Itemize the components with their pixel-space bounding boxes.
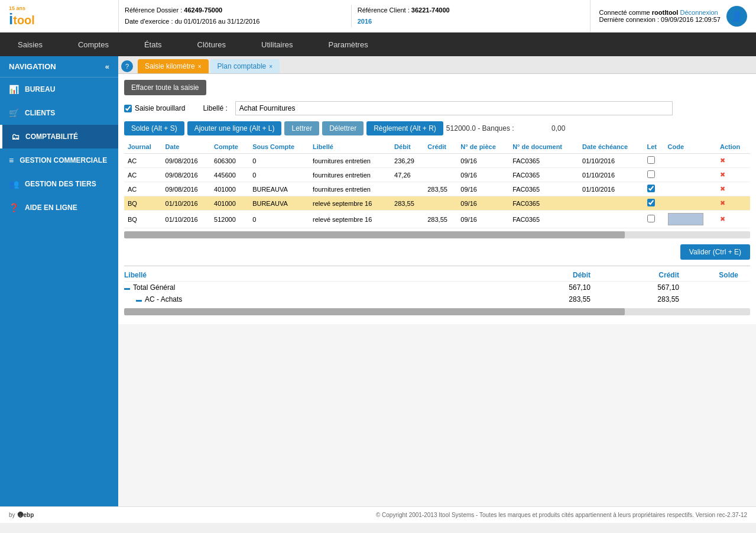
cell-compte: 401000 [210, 182, 249, 196]
nav-parametres[interactable]: Paramètres [310, 33, 385, 56]
content-area: Effacer toute la saisie Saisie brouillar… [118, 74, 756, 324]
cell-journal: BQ [124, 211, 162, 228]
nav-utilitaires[interactable]: Utilitaires [244, 33, 310, 56]
cell-code [664, 168, 717, 182]
let-checkbox[interactable] [647, 156, 655, 164]
cell-let[interactable] [644, 182, 664, 196]
reglement-button[interactable]: Règlement (Alt + R) [366, 121, 443, 135]
summary-credit-header: Crédit [590, 271, 679, 279]
cell-date: 09/08/2016 [162, 168, 210, 182]
let-checkbox[interactable] [647, 170, 655, 178]
sidebar-item-clients[interactable]: 🛒 CLIENTS [0, 101, 118, 125]
cell-sous-compte: 0 [249, 168, 309, 182]
cell-sous-compte: BUREAUVA [249, 182, 309, 196]
delete-row-icon[interactable]: ✖ [720, 157, 725, 164]
cell-date: 09/08/2016 [162, 154, 210, 168]
saisie-brouillard-label[interactable]: Saisie brouillard [124, 104, 185, 112]
delettrer-button[interactable]: Délettrer [322, 121, 364, 135]
let-checkbox[interactable] [647, 199, 655, 206]
cell-let[interactable] [644, 154, 664, 168]
let-checkbox[interactable] [647, 185, 655, 192]
header-user: Connecté comme rootItool Déconnexion Der… [590, 0, 757, 32]
sidebar-item-label-aide: AIDE EN LIGNE [25, 203, 77, 212]
add-line-button[interactable]: Ajouter une ligne (Alt + L) [187, 121, 282, 135]
cell-action[interactable]: ✖ [716, 182, 750, 196]
cell-action[interactable]: ✖ [716, 168, 750, 182]
solde-button[interactable]: Solde (Alt + S) [124, 121, 184, 135]
sidebar-item-gestion-tiers[interactable]: 👥 GESTION DES TIERS [0, 172, 118, 196]
saisie-brouillard-text: Saisie brouillard [135, 104, 185, 112]
code-input[interactable] [668, 213, 703, 225]
cell-let[interactable] [644, 196, 664, 211]
nav-clotures[interactable]: Clôtures [180, 33, 244, 56]
sidebar-item-label-gestion-commerciale: GESTION COMMERCIALE [20, 156, 107, 164]
cell-let[interactable] [644, 211, 664, 228]
collapse-icon[interactable]: « [105, 62, 109, 71]
col-n-document: N° de document [509, 140, 579, 154]
sidebar-item-label-bureau: BUREAU [25, 85, 55, 93]
nav-saisies[interactable]: Saisies [0, 33, 60, 56]
let-checkbox[interactable] [647, 215, 655, 222]
cell-journal: BQ [124, 196, 162, 211]
sidebar-item-aide-en-ligne[interactable]: ❓ AIDE EN LIGNE [0, 196, 118, 219]
cell-n-piece: 09/16 [457, 196, 509, 211]
summary-scroll [738, 271, 750, 279]
cell-action[interactable]: ✖ [716, 154, 750, 168]
summary-row-credit: 283,55 [590, 295, 679, 303]
saisie-brouillard-checkbox[interactable] [124, 105, 132, 112]
tab-saisie-kilometre[interactable]: Saisie kilomètre × [138, 59, 209, 73]
cell-date-echeance: 01/10/2016 [579, 182, 643, 196]
cell-debit [391, 211, 424, 228]
cell-credit [424, 196, 457, 211]
delete-row-icon[interactable]: ✖ [720, 215, 725, 222]
delete-row-icon[interactable]: ✖ [720, 199, 725, 206]
sidebar-item-gestion-commerciale[interactable]: ≡ GESTION COMMERCIALE [0, 148, 118, 172]
cell-n-piece: 09/16 [457, 168, 509, 182]
cell-code[interactable] [664, 211, 717, 228]
tab-plan-comptable[interactable]: Plan comptable × [210, 59, 280, 73]
clear-button[interactable]: Effacer toute la saisie [124, 80, 206, 95]
nav-title: NAVIGATION [9, 62, 56, 71]
cell-libelle: fournitures entretien [309, 168, 391, 182]
nav-etats[interactable]: États [126, 33, 180, 56]
bureau-icon: 📊 [9, 85, 19, 94]
summary-scrollbar[interactable] [124, 308, 750, 315]
deconnexion-link[interactable]: Déconnexion [680, 9, 718, 16]
col-debit: Débit [391, 140, 424, 154]
cell-n-document: FAC0365 [509, 168, 579, 182]
lettrer-button[interactable]: Lettrer [284, 121, 319, 135]
footer-summary: Libellé Débit Crédit Solde ▬Total Généra… [124, 266, 750, 315]
connected-label: Connecté comme [599, 9, 650, 16]
summary-collapse-icon[interactable]: ▬ [124, 285, 130, 291]
tab-saisie-close[interactable]: × [198, 63, 202, 70]
cell-date: 09/08/2016 [162, 182, 210, 196]
summary-collapse-icon[interactable]: ▬ [136, 296, 142, 303]
cell-libelle: relevé septembre 16 [309, 211, 391, 228]
cell-action[interactable]: ✖ [716, 211, 750, 228]
cell-action[interactable]: ✖ [716, 196, 750, 211]
libelle-input[interactable] [235, 101, 673, 115]
sidebar-item-bureau[interactable]: 📊 BUREAU [0, 77, 118, 101]
cell-let[interactable] [644, 168, 664, 182]
delete-row-icon[interactable]: ✖ [720, 171, 725, 178]
nav-comptes[interactable]: Comptes [60, 33, 126, 56]
delete-row-icon[interactable]: ✖ [720, 185, 725, 192]
table-scrollbar[interactable] [124, 231, 750, 238]
summary-row-label: ▬Total Général [124, 283, 502, 292]
avatar: 👤 [726, 6, 747, 27]
help-button[interactable]: ? [121, 60, 133, 72]
last-login: Dernière connexion : 09/09/2016 12:09:57 [599, 16, 721, 23]
cell-sous-compte: 0 [249, 154, 309, 168]
cell-date-echeance: 01/10/2016 [579, 154, 643, 168]
col-code: Code [664, 140, 717, 154]
ref-client-label: Référence Client : [358, 7, 410, 14]
sidebar-item-comptabilite[interactable]: 🗂 COMPTABILITÉ [0, 125, 118, 148]
col-let: Let [644, 140, 664, 154]
validate-button[interactable]: Valider (Ctrl + E) [680, 244, 750, 260]
cell-date-echeance [579, 211, 643, 228]
cell-debit [391, 182, 424, 196]
main-content: ? Saisie kilomètre × Plan comptable × Ef… [118, 56, 756, 506]
gestion-commerciale-icon: ≡ [9, 156, 14, 165]
bank-label: 512000.0 - Banques : [446, 124, 514, 133]
tab-plan-close[interactable]: × [269, 63, 272, 70]
